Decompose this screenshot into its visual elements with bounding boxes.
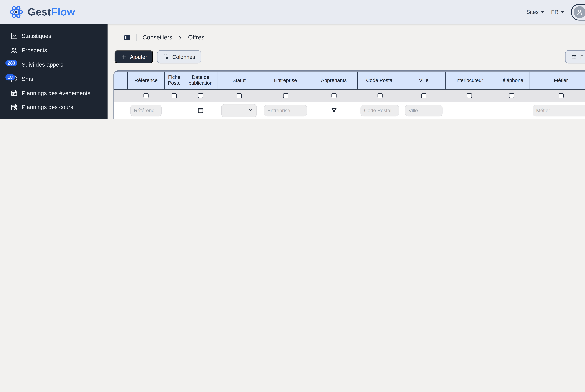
sidebar: StatistiquesProspects283Suivi des appels…: [0, 24, 108, 118]
checkbox-cell-apprenants: [310, 90, 358, 102]
sidebar-item-statistiques[interactable]: Statistiques: [0, 29, 108, 43]
caret-down-icon: [561, 11, 564, 13]
filter-cell-ville: [402, 102, 445, 118]
column-header-fiche-poste[interactable]: Fiche Poste: [164, 72, 184, 89]
column-header-date-de-publication[interactable]: Date de publication: [184, 72, 217, 89]
offers-table: RéférenceFiche PosteDate de publicationS…: [113, 70, 585, 118]
column-checkbox[interactable]: [558, 93, 563, 98]
toolbar: Ajouter Colonnes Filtres: [114, 50, 585, 64]
sites-menu[interactable]: Sites: [526, 9, 544, 15]
checkbox-cell-date: [184, 90, 217, 102]
caret-down-icon: [541, 11, 544, 13]
column-checkbox[interactable]: [331, 93, 336, 98]
users-icon: [10, 47, 18, 54]
column-checkbox[interactable]: [172, 93, 177, 98]
column-header-code-postal[interactable]: Code Postal: [358, 72, 402, 89]
user-menu[interactable]: [571, 4, 585, 20]
cp-filter-input[interactable]: [360, 104, 399, 116]
statut-filter-select[interactable]: [221, 104, 257, 117]
table-checkbox-row: [114, 90, 585, 102]
columns-icon: [163, 54, 169, 60]
atom-icon: [8, 4, 24, 20]
checkbox-cell-cp: [358, 90, 402, 102]
checkbox-cell-metier: [530, 90, 585, 102]
column-header-label: Apprenants: [321, 78, 347, 83]
main-content: Conseillers Offres Ajouter Colonnes: [108, 24, 585, 118]
sidebar-item-label: Statistiques: [22, 33, 51, 39]
column-checkbox[interactable]: [509, 93, 514, 98]
checkbox-cell-statut: [217, 90, 261, 102]
column-header-label: Interlocuteur: [455, 78, 483, 83]
breadcrumb-item-conseillers[interactable]: Conseillers: [142, 34, 172, 41]
column-checkbox[interactable]: [198, 93, 203, 98]
column-header-label: Ville: [419, 78, 428, 83]
column-checkbox[interactable]: [283, 93, 288, 98]
checkbox-cell-ref: [127, 90, 164, 102]
column-checkbox[interactable]: [421, 93, 426, 98]
funnel-filter-icon[interactable]: [330, 107, 337, 114]
column-header-interlocuteur[interactable]: Interlocuteur: [445, 72, 493, 89]
column-header-metier[interactable]: Métier: [530, 72, 585, 89]
column-checkbox[interactable]: [144, 93, 148, 98]
checkbox-cell-ville: [402, 90, 445, 102]
checkbox-cell-icon: [114, 90, 127, 102]
sidebar-item-label: Plannings des évènements: [22, 90, 90, 96]
column-header-label: Statut: [232, 78, 246, 83]
filter-cell-interlocuteur: [445, 102, 493, 118]
filter-cell-statut: [217, 102, 261, 118]
filter-cell-ref: [127, 102, 164, 118]
column-checkbox[interactable]: [377, 93, 382, 98]
filter-cell-apprenants: [310, 102, 358, 118]
add-button[interactable]: Ajouter: [114, 50, 154, 64]
sidebar-item-label: Plannings des cours: [22, 104, 73, 110]
breadcrumb: Conseillers Offres: [123, 33, 585, 42]
sliders-icon: [571, 54, 577, 60]
filters-button[interactable]: Filtres: [565, 50, 585, 64]
column-header-label: Téléphone: [500, 78, 523, 83]
column-header-telephone[interactable]: Téléphone: [493, 72, 530, 89]
column-header-ville[interactable]: Ville: [402, 72, 445, 89]
filter-cell-date: [184, 102, 217, 118]
column-header-label: Entreprise: [274, 78, 297, 83]
column-header-entreprise[interactable]: Entreprise: [261, 72, 310, 89]
app-window: GestFlow Sites FR StatistiquesProspects2…: [0, 0, 585, 118]
brand-logo[interactable]: GestFlow: [8, 4, 75, 20]
breadcrumb-item-offres[interactable]: Offres: [188, 34, 204, 41]
column-header-reference[interactable]: Référence: [127, 72, 164, 89]
sidebar-item-conseillers[interactable]: Conseillers: [0, 114, 108, 118]
sidebar-item-plannings-des-cours[interactable]: Plannings des cours: [0, 100, 108, 114]
sidebar-item-sms[interactable]: 18Sms: [0, 72, 108, 86]
language-menu[interactable]: FR: [551, 9, 564, 15]
column-header-icon: [114, 72, 127, 89]
sidebar-item-suivi-des-appels[interactable]: 283Suivi des appels: [0, 58, 108, 72]
brand-name: GestFlow: [28, 6, 75, 18]
calendar-clock-icon: [10, 104, 18, 111]
notification-badge: 283: [6, 60, 18, 66]
sidebar-toggle-icon[interactable]: [123, 34, 131, 42]
chevron-right-icon: [178, 35, 183, 40]
column-header-label: Date de publication: [184, 75, 217, 86]
filter-cell-icon: [114, 102, 127, 118]
checkbox-cell-entreprise: [261, 90, 310, 102]
calendar-filter-icon[interactable]: [197, 107, 204, 114]
sidebar-item-plannings-des-evenements[interactable]: Plannings des évènements: [0, 86, 108, 100]
sidebar-item-prospects[interactable]: Prospects: [0, 43, 108, 58]
ref-filter-input[interactable]: [130, 104, 162, 116]
columns-button[interactable]: Colonnes: [157, 50, 201, 64]
column-header-statut[interactable]: Statut: [217, 72, 261, 89]
entreprise-filter-input[interactable]: [264, 104, 307, 116]
column-header-label: Code Postal: [366, 78, 394, 83]
checkbox-cell-interlocuteur: [445, 90, 493, 102]
chevron-down-icon: [248, 107, 253, 114]
metier-filter-input[interactable]: [533, 104, 585, 116]
filter-cell-entreprise: [261, 102, 310, 118]
ville-filter-input[interactable]: [405, 104, 442, 116]
column-checkbox[interactable]: [236, 93, 242, 98]
table-filter-row: [114, 102, 585, 118]
column-header-label: Fiche Poste: [165, 75, 184, 86]
sidebar-item-label: Prospects: [22, 47, 47, 54]
column-checkbox[interactable]: [467, 93, 472, 98]
column-header-label: Métier: [554, 78, 568, 83]
column-header-apprenants[interactable]: Apprenants: [310, 72, 358, 89]
filter-cell-cp: [358, 102, 402, 118]
